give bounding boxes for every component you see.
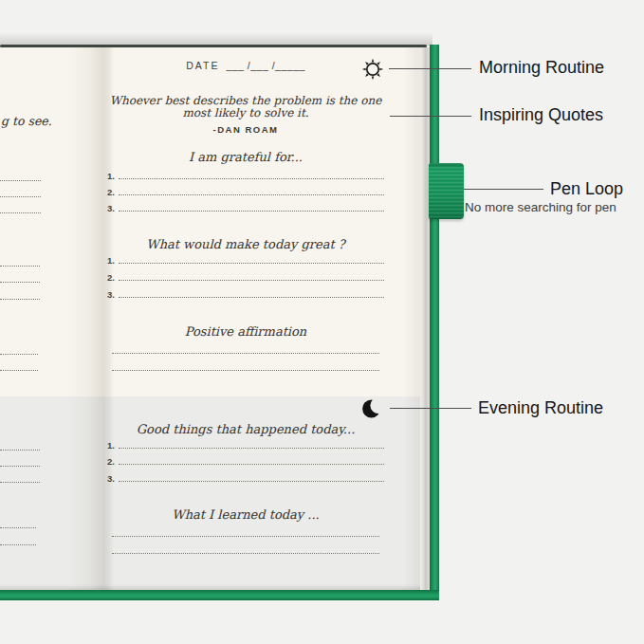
left-page-dotted-line bbox=[0, 185, 41, 197]
left-page-dotted-line bbox=[0, 270, 40, 283]
today-great-heading: What would make today great ? bbox=[107, 237, 384, 251]
green-cover-bottom-edge bbox=[0, 590, 439, 600]
dotted-rule bbox=[119, 178, 384, 179]
grateful-entry-line: 2. bbox=[107, 184, 384, 196]
date-label: DATE bbox=[186, 60, 219, 71]
entry-number: 1. bbox=[107, 256, 115, 266]
morning-callout-line bbox=[389, 68, 471, 69]
grateful-entry-line: 1. bbox=[107, 168, 384, 180]
left-page-dotted-line bbox=[0, 359, 38, 371]
left-page-dotted-line bbox=[0, 470, 40, 483]
learned-line bbox=[112, 524, 379, 537]
learned-line bbox=[112, 542, 379, 554]
good-things-entry-line: 1. bbox=[107, 437, 384, 450]
left-page-dotted-line bbox=[0, 169, 41, 181]
good-things-entry-line: 2. bbox=[107, 453, 384, 466]
quote-author: -DAN ROAM bbox=[107, 124, 384, 135]
evening-callout-line bbox=[390, 408, 471, 409]
date-blanks: ___ /___ /_____ bbox=[226, 60, 304, 71]
today-great-entry-line: 3. bbox=[107, 286, 384, 299]
dotted-rule bbox=[119, 211, 384, 212]
moon-icon bbox=[360, 397, 383, 420]
entry-number: 2. bbox=[107, 273, 115, 283]
dotted-rule bbox=[119, 448, 384, 449]
left-page-dotted-line bbox=[0, 201, 41, 213]
today-great-entry-line: 2. bbox=[107, 269, 384, 282]
sun-icon bbox=[361, 58, 384, 81]
entry-number: 3. bbox=[107, 290, 115, 300]
page-edge-stack bbox=[420, 47, 430, 590]
entry-number: 1. bbox=[107, 441, 115, 451]
book-top-shadow bbox=[0, 32, 432, 46]
learned-heading: What I learned today ... bbox=[107, 507, 384, 522]
inspiring-quotes-label: Inspiring Quotes bbox=[479, 105, 603, 126]
left-page-dotted-line bbox=[0, 533, 36, 545]
pen-loop-label: Pen Loop bbox=[550, 179, 623, 200]
dotted-rule bbox=[119, 194, 384, 195]
dotted-rule bbox=[119, 464, 384, 465]
grateful-heading: I am grateful for... bbox=[107, 150, 384, 164]
left-page-dotted-line bbox=[0, 342, 38, 355]
left-page-dotted-line bbox=[0, 287, 40, 300]
entry-number: 2. bbox=[107, 457, 115, 467]
morning-routine-label: Morning Routine bbox=[479, 58, 604, 79]
dotted-rule bbox=[119, 481, 384, 482]
left-page-dotted-line bbox=[0, 438, 40, 451]
good-things-entry-line: 3. bbox=[107, 470, 384, 483]
entry-number: 3. bbox=[107, 204, 115, 213]
left-page-dotted-line bbox=[0, 516, 36, 528]
pen-loop-callout-line bbox=[464, 189, 543, 190]
quote-line-2: most likely to solve it. bbox=[107, 107, 384, 120]
dotted-rule bbox=[119, 263, 384, 264]
product-annotation-image: g to see. DATE ___ /___ /_____ Whoever b… bbox=[0, 0, 644, 644]
today-great-entry-line: 1. bbox=[107, 252, 384, 265]
right-page-curl-shadow bbox=[403, 47, 420, 590]
pen-loop-elastic bbox=[429, 163, 464, 219]
date-field: DATE ___ /___ /_____ bbox=[107, 60, 384, 71]
grateful-entry-line: 3. bbox=[107, 200, 384, 212]
left-page-dotted-line bbox=[0, 254, 40, 267]
pen-loop-subtitle: No more searching for pen bbox=[465, 200, 616, 214]
quotes-callout-line bbox=[390, 116, 471, 117]
dotted-rule bbox=[119, 280, 384, 281]
quote-line-1: Whoever best describes the problem is th… bbox=[107, 95, 384, 107]
entry-number: 1. bbox=[107, 172, 115, 181]
affirmation-heading: Positive affirmation bbox=[107, 324, 384, 339]
left-page-dotted-line bbox=[0, 454, 40, 467]
inspiring-quote: Whoever best describes the problem is th… bbox=[107, 95, 384, 119]
good-things-heading: Good things that happened today... bbox=[107, 422, 384, 436]
evening-routine-label: Evening Routine bbox=[478, 398, 603, 419]
affirmation-line bbox=[112, 341, 379, 354]
affirmation-line bbox=[112, 359, 379, 371]
green-cover-right-edge bbox=[430, 45, 439, 600]
left-page-text-fragment: g to see. bbox=[1, 114, 52, 128]
dotted-rule bbox=[119, 297, 384, 298]
entry-number: 3. bbox=[107, 474, 115, 484]
entry-number: 2. bbox=[107, 188, 115, 197]
